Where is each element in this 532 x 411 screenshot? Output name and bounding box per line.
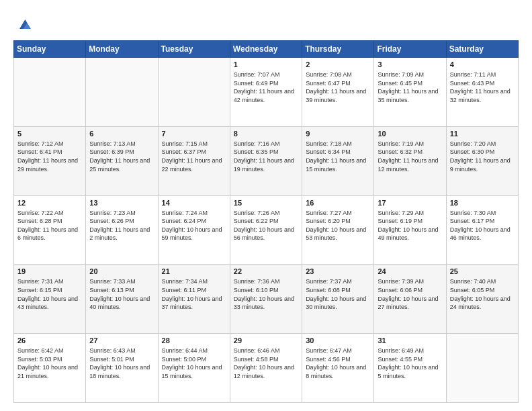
- day-info: Sunrise: 7:39 AMSunset: 6:06 PMDaylight:…: [378, 277, 442, 311]
- calendar-cell: 4Sunrise: 7:11 AMSunset: 6:43 PMDaylight…: [446, 58, 518, 127]
- weekday-header: Monday: [86, 41, 158, 58]
- day-number: 13: [89, 199, 154, 207]
- logo: [13, 15, 34, 34]
- calendar-cell: 25Sunrise: 7:40 AMSunset: 6:05 PMDayligh…: [446, 265, 518, 334]
- day-info: Sunrise: 7:07 AMSunset: 6:49 PMDaylight:…: [234, 71, 298, 104]
- calendar-cell: 20Sunrise: 7:33 AMSunset: 6:13 PMDayligh…: [86, 265, 158, 334]
- day-info: Sunrise: 7:27 AMSunset: 6:20 PMDaylight:…: [306, 209, 370, 242]
- day-info: Sunrise: 7:11 AMSunset: 6:43 PMDaylight:…: [450, 71, 515, 104]
- day-number: 1: [234, 60, 298, 68]
- weekday-header: Wednesday: [230, 41, 302, 58]
- day-number: 28: [162, 336, 226, 345]
- day-number: 6: [89, 130, 154, 138]
- calendar-cell: 17Sunrise: 7:29 AMSunset: 6:19 PMDayligh…: [374, 195, 446, 265]
- calendar-cell: 2Sunrise: 7:08 AMSunset: 6:47 PMDaylight…: [302, 58, 374, 127]
- weekday-header: Sunday: [14, 41, 86, 58]
- day-number: 10: [378, 130, 442, 138]
- calendar-cell: 18Sunrise: 7:30 AMSunset: 6:17 PMDayligh…: [446, 195, 518, 265]
- calendar-cell: 8Sunrise: 7:16 AMSunset: 6:35 PMDaylight…: [230, 126, 302, 195]
- day-number: 4: [450, 60, 515, 68]
- day-number: 25: [450, 267, 515, 275]
- day-info: Sunrise: 7:15 AMSunset: 6:37 PMDaylight:…: [162, 140, 226, 173]
- day-number: 3: [378, 60, 442, 68]
- day-number: 5: [17, 130, 82, 138]
- calendar-cell: 26Sunrise: 6:42 AMSunset: 5:03 PMDayligh…: [14, 334, 86, 403]
- day-number: 16: [306, 199, 370, 207]
- day-info: Sunrise: 7:13 AMSunset: 6:39 PMDaylight:…: [89, 140, 154, 173]
- calendar-week-row: 12Sunrise: 7:22 AMSunset: 6:28 PMDayligh…: [14, 195, 519, 265]
- calendar-week-row: 26Sunrise: 6:42 AMSunset: 5:03 PMDayligh…: [14, 334, 519, 403]
- weekday-header: Tuesday: [158, 41, 230, 58]
- day-info: Sunrise: 7:34 AMSunset: 6:11 PMDaylight:…: [162, 277, 226, 311]
- logo-icon: [15, 15, 34, 34]
- day-info: Sunrise: 7:19 AMSunset: 6:32 PMDaylight:…: [378, 140, 442, 173]
- calendar-cell: 23Sunrise: 7:37 AMSunset: 6:08 PMDayligh…: [302, 265, 374, 334]
- calendar-cell: 6Sunrise: 7:13 AMSunset: 6:39 PMDaylight…: [86, 126, 158, 195]
- calendar-cell: 12Sunrise: 7:22 AMSunset: 6:28 PMDayligh…: [14, 195, 86, 265]
- calendar-cell: 22Sunrise: 7:36 AMSunset: 6:10 PMDayligh…: [230, 265, 302, 334]
- day-info: Sunrise: 7:08 AMSunset: 6:47 PMDaylight:…: [306, 71, 370, 104]
- calendar-cell: 7Sunrise: 7:15 AMSunset: 6:37 PMDaylight…: [158, 126, 230, 195]
- calendar-cell: 27Sunrise: 6:43 AMSunset: 5:01 PMDayligh…: [86, 334, 158, 403]
- day-number: 21: [162, 267, 226, 275]
- day-info: Sunrise: 7:36 AMSunset: 6:10 PMDaylight:…: [234, 277, 298, 311]
- calendar-cell: 3Sunrise: 7:09 AMSunset: 6:45 PMDaylight…: [374, 58, 446, 127]
- calendar-cell: [446, 334, 518, 403]
- calendar-cell: [14, 58, 86, 127]
- day-info: Sunrise: 7:37 AMSunset: 6:08 PMDaylight:…: [306, 277, 370, 311]
- calendar-cell: 16Sunrise: 7:27 AMSunset: 6:20 PMDayligh…: [302, 195, 374, 265]
- day-info: Sunrise: 7:16 AMSunset: 6:35 PMDaylight:…: [234, 140, 298, 173]
- calendar-cell: [158, 58, 230, 127]
- day-info: Sunrise: 7:30 AMSunset: 6:17 PMDaylight:…: [450, 209, 515, 242]
- calendar-cell: 28Sunrise: 6:44 AMSunset: 5:00 PMDayligh…: [158, 334, 230, 403]
- calendar-cell: 13Sunrise: 7:23 AMSunset: 6:26 PMDayligh…: [86, 195, 158, 265]
- day-number: 19: [17, 267, 82, 275]
- calendar-cell: 10Sunrise: 7:19 AMSunset: 6:32 PMDayligh…: [374, 126, 446, 195]
- calendar-cell: 15Sunrise: 7:26 AMSunset: 6:22 PMDayligh…: [230, 195, 302, 265]
- day-number: 12: [17, 199, 82, 207]
- calendar-cell: 30Sunrise: 6:47 AMSunset: 4:56 PMDayligh…: [302, 334, 374, 403]
- weekday-header: Thursday: [302, 41, 374, 58]
- day-number: 15: [234, 199, 298, 207]
- calendar-week-row: 5Sunrise: 7:12 AMSunset: 6:41 PMDaylight…: [14, 126, 519, 195]
- day-number: 2: [306, 60, 370, 68]
- day-number: 27: [89, 336, 154, 345]
- calendar-cell: 14Sunrise: 7:24 AMSunset: 6:24 PMDayligh…: [158, 195, 230, 265]
- calendar-cell: 9Sunrise: 7:18 AMSunset: 6:34 PMDaylight…: [302, 126, 374, 195]
- weekday-header: Friday: [374, 41, 446, 58]
- day-info: Sunrise: 6:49 AMSunset: 4:55 PMDaylight:…: [378, 347, 442, 380]
- day-info: Sunrise: 7:40 AMSunset: 6:05 PMDaylight:…: [450, 277, 515, 311]
- calendar-page: SundayMondayTuesdayWednesdayThursdayFrid…: [0, 0, 532, 411]
- weekday-header-row: SundayMondayTuesdayWednesdayThursdayFrid…: [14, 41, 519, 58]
- day-info: Sunrise: 7:31 AMSunset: 6:15 PMDaylight:…: [17, 277, 82, 311]
- day-number: 22: [234, 267, 298, 275]
- day-number: 18: [450, 199, 515, 207]
- day-number: 30: [306, 336, 370, 345]
- day-number: 29: [234, 336, 298, 345]
- calendar-cell: 31Sunrise: 6:49 AMSunset: 4:55 PMDayligh…: [374, 334, 446, 403]
- day-info: Sunrise: 7:12 AMSunset: 6:41 PMDaylight:…: [17, 140, 82, 173]
- calendar-week-row: 1Sunrise: 7:07 AMSunset: 6:49 PMDaylight…: [14, 58, 519, 127]
- day-info: Sunrise: 7:24 AMSunset: 6:24 PMDaylight:…: [162, 209, 226, 242]
- day-info: Sunrise: 7:33 AMSunset: 6:13 PMDaylight:…: [89, 277, 154, 311]
- day-number: 20: [89, 267, 154, 275]
- day-info: Sunrise: 6:46 AMSunset: 4:58 PMDaylight:…: [234, 347, 298, 380]
- day-info: Sunrise: 6:43 AMSunset: 5:01 PMDaylight:…: [89, 347, 154, 380]
- day-info: Sunrise: 6:44 AMSunset: 5:00 PMDaylight:…: [162, 347, 226, 380]
- header: [13, 12, 519, 34]
- day-number: 26: [17, 336, 82, 345]
- calendar-cell: 1Sunrise: 7:07 AMSunset: 6:49 PMDaylight…: [230, 58, 302, 127]
- calendar-cell: 24Sunrise: 7:39 AMSunset: 6:06 PMDayligh…: [374, 265, 446, 334]
- day-info: Sunrise: 7:20 AMSunset: 6:30 PMDaylight:…: [450, 140, 515, 173]
- day-number: 9: [306, 130, 370, 138]
- calendar-cell: 21Sunrise: 7:34 AMSunset: 6:11 PMDayligh…: [158, 265, 230, 334]
- day-number: 31: [378, 336, 442, 345]
- day-info: Sunrise: 7:26 AMSunset: 6:22 PMDaylight:…: [234, 209, 298, 242]
- calendar-cell: 11Sunrise: 7:20 AMSunset: 6:30 PMDayligh…: [446, 126, 518, 195]
- calendar-cell: 29Sunrise: 6:46 AMSunset: 4:58 PMDayligh…: [230, 334, 302, 403]
- day-info: Sunrise: 7:09 AMSunset: 6:45 PMDaylight:…: [378, 71, 442, 104]
- day-info: Sunrise: 7:23 AMSunset: 6:26 PMDaylight:…: [89, 209, 154, 242]
- day-info: Sunrise: 7:29 AMSunset: 6:19 PMDaylight:…: [378, 209, 442, 242]
- day-info: Sunrise: 6:47 AMSunset: 4:56 PMDaylight:…: [306, 347, 370, 380]
- day-number: 7: [162, 130, 226, 138]
